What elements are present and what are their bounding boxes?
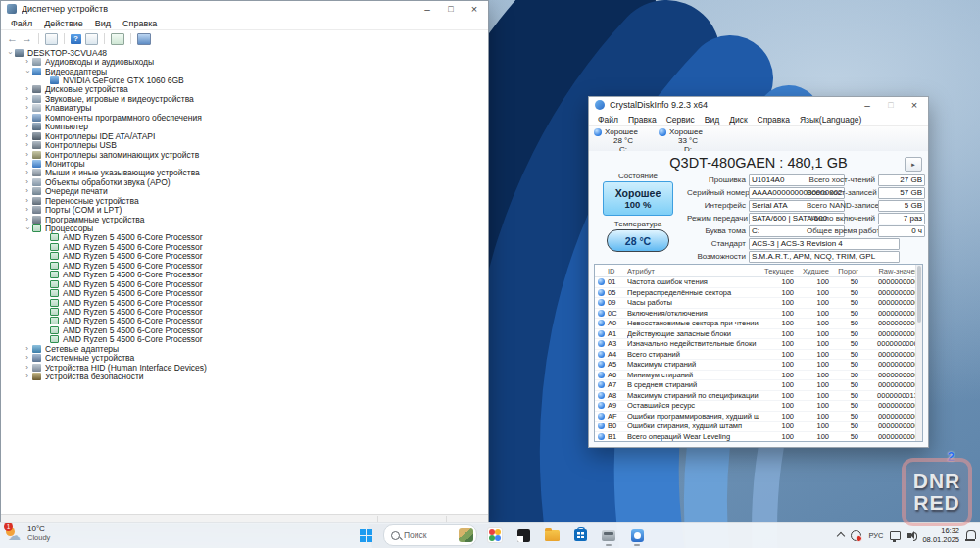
maximize-icon[interactable] xyxy=(879,97,903,113)
smart-row[interactable]: B1Всего операций Wear Leveling1001005000… xyxy=(595,432,922,443)
tree-item[interactable]: ›Устройства HID (Human Interface Devices… xyxy=(1,363,488,372)
tree-expander-icon[interactable]: › xyxy=(23,95,31,103)
tree-item[interactable]: ›Устройства безопасности xyxy=(1,372,488,380)
taskbar-app-dark[interactable] xyxy=(513,523,534,547)
show-console-tree-icon[interactable] xyxy=(45,33,58,45)
tree-item[interactable]: ›Объекты обработки звука (APO) xyxy=(1,177,488,186)
start-button[interactable] xyxy=(355,523,376,547)
device-manager-titlebar[interactable]: Диспетчер устройств xyxy=(1,1,488,17)
tree-expander-icon[interactable]: › xyxy=(6,48,14,57)
tree-expander-icon[interactable]: › xyxy=(23,373,31,380)
maximize-icon[interactable] xyxy=(439,1,463,17)
tree-item[interactable]: ›Программные устройства xyxy=(1,215,488,224)
tree-item[interactable]: ›AMD Ryzen 5 4500 6-Core Processor xyxy=(1,279,488,288)
minimize-icon[interactable] xyxy=(856,97,879,113)
network-icon[interactable] xyxy=(890,531,901,540)
tree-item[interactable]: ›AMD Ryzen 5 4500 6-Core Processor xyxy=(1,242,488,251)
smart-table-scrollbar[interactable] xyxy=(915,265,922,441)
tree-item[interactable]: ›Переносные устройства xyxy=(1,196,488,205)
crystaldiskinfo-menu-item-6[interactable]: Язык(Language) xyxy=(795,115,866,125)
tree-item[interactable]: ›Процессоры xyxy=(1,224,488,232)
tree-item[interactable]: ›Контроллеры запоминающих устройств xyxy=(1,150,488,159)
search-input[interactable]: Поиск xyxy=(383,524,477,546)
smart-row[interactable]: 0CВключения/отключения100100500000000000… xyxy=(595,309,922,320)
update-notification-icon[interactable] xyxy=(851,530,861,541)
crystaldiskinfo-titlebar[interactable]: CrystalDiskInfo 9.2.3 x64 xyxy=(589,97,928,113)
tree-item[interactable]: ›Системные устройства xyxy=(1,353,488,362)
volume-icon[interactable] xyxy=(907,533,911,538)
device-monitor-icon[interactable] xyxy=(137,33,151,45)
tree-item[interactable]: ›NVIDIA GeForce GTX 1060 6GB xyxy=(1,75,488,84)
tree-expander-icon[interactable]: › xyxy=(23,197,31,205)
taskbar-device-manager[interactable] xyxy=(598,523,619,547)
tree-item[interactable]: ›AMD Ryzen 5 4500 6-Core Processor xyxy=(1,261,488,270)
tree-item[interactable]: ›Порты (COM и LPT) xyxy=(1,205,488,214)
tree-item[interactable]: ›Компьютер xyxy=(1,123,488,131)
back-icon[interactable]: ← xyxy=(7,33,18,44)
tree-expander-icon[interactable]: › xyxy=(23,169,31,176)
tree-expander-icon[interactable]: › xyxy=(23,178,31,186)
tree-item[interactable]: ›AMD Ryzen 5 4500 6-Core Processor xyxy=(1,298,488,307)
crystaldiskinfo-menu-item-1[interactable]: Правка xyxy=(623,115,662,125)
smart-row[interactable]: A5Максимум стираний10010050000000000001 xyxy=(595,360,922,371)
tree-item[interactable]: ›Контроллеры IDE ATA/ATAPI xyxy=(1,131,488,140)
tree-expander-icon[interactable]: › xyxy=(23,206,31,214)
minimize-icon[interactable] xyxy=(416,1,439,17)
clock[interactable]: 16:32 08.01.2025 xyxy=(922,526,959,544)
tree-item[interactable]: ›Аудиовходы и аудиовыходы xyxy=(1,57,488,66)
tree-expander-icon[interactable]: › xyxy=(23,364,31,372)
tree-expander-icon[interactable]: › xyxy=(23,104,31,112)
tree-expander-icon[interactable]: › xyxy=(24,224,31,233)
tree-expander-icon[interactable]: › xyxy=(23,345,31,353)
tree-item[interactable]: ›AMD Ryzen 5 4500 6-Core Processor xyxy=(1,233,488,242)
next-drive-button[interactable] xyxy=(905,157,922,172)
tree-item[interactable]: ›Сетевые адаптеры xyxy=(1,344,488,353)
temperature-button[interactable]: 28 °C xyxy=(607,229,669,252)
tree-item[interactable]: ›AMD Ryzen 5 4500 6-Core Processor xyxy=(1,271,488,279)
tray-overflow-icon[interactable] xyxy=(837,532,845,540)
smart-row[interactable]: A3Изначально недействительные блоки10010… xyxy=(595,339,922,350)
tree-item[interactable]: ›Мыши и иные указывающие устройства xyxy=(1,169,488,177)
tree-item[interactable]: ›Клавиатуры xyxy=(1,104,488,113)
smart-row[interactable]: A4Всего стираний10010050000000000002 xyxy=(595,350,922,361)
smart-row[interactable]: A0Невосстановимые сектора при чтении/за.… xyxy=(595,319,922,329)
crystaldiskinfo-menu-item-5[interactable]: Справка xyxy=(753,115,795,125)
close-icon[interactable] xyxy=(463,1,486,17)
tree-item[interactable]: ›AMD Ryzen 5 4500 6-Core Processor xyxy=(1,307,488,316)
smart-row[interactable]: 01Частота ошибок чтения10010050000000000… xyxy=(595,277,922,288)
tree-item[interactable]: ›DESKTOP-3CVUA48 xyxy=(1,48,488,57)
crystaldiskinfo-menu-item-0[interactable]: Файл xyxy=(593,115,623,125)
notifications-bell-icon[interactable] xyxy=(966,530,976,539)
taskbar-microsoft-store[interactable] xyxy=(569,523,591,547)
tree-expander-icon[interactable]: › xyxy=(23,114,31,122)
tree-item[interactable]: ›AMD Ryzen 5 4500 6-Core Processor xyxy=(1,288,488,297)
tree-expander-icon[interactable]: › xyxy=(24,67,31,75)
drive-tab-D[interactable]: Хорошее33 °CD: xyxy=(656,126,720,153)
smart-row[interactable]: A9Оставшийся ресурс10010050000000000064 xyxy=(595,401,922,412)
smart-row[interactable]: B0Ошибки стирания, худший штамп100100500… xyxy=(595,422,922,432)
device-manager-menu-item-3[interactable]: Справка xyxy=(117,19,163,28)
tree-item[interactable]: ›Компоненты программного обеспечения xyxy=(1,113,488,122)
taskbar-file-explorer[interactable] xyxy=(541,523,563,547)
tree-expander-icon[interactable]: › xyxy=(23,141,31,149)
tree-expander-icon[interactable]: › xyxy=(23,187,31,195)
help-icon[interactable] xyxy=(71,34,81,44)
smart-row[interactable]: A8Максимум стираний по спецификации10010… xyxy=(595,391,922,402)
smart-row[interactable]: 05Перераспределённые сектора100100500000… xyxy=(595,288,922,299)
tree-item[interactable]: ›AMD Ryzen 5 4500 6-Core Processor xyxy=(1,325,488,334)
tree-item[interactable]: ›Видеоадаптеры xyxy=(1,67,488,75)
taskbar-weather-widget[interactable]: ☁ 1 10°C Cloudy xyxy=(6,524,50,542)
tree-expander-icon[interactable]: › xyxy=(23,85,31,93)
tree-expander-icon[interactable]: › xyxy=(23,123,31,130)
language-indicator[interactable]: РУС xyxy=(868,531,883,540)
tree-item[interactable]: ›Контроллеры USB xyxy=(1,140,488,149)
tree-expander-icon[interactable]: › xyxy=(23,151,31,159)
tree-expander-icon[interactable]: › xyxy=(23,132,31,140)
scan-hardware-changes-icon[interactable] xyxy=(111,33,124,45)
crystaldiskinfo-menu-item-4[interactable]: Диск xyxy=(724,115,752,125)
tree-expander-icon[interactable]: › xyxy=(23,160,31,168)
tree-item[interactable]: ›AMD Ryzen 5 4500 6-Core Processor xyxy=(1,317,488,325)
tree-expander-icon[interactable]: › xyxy=(23,354,31,362)
crystaldiskinfo-menu-item-2[interactable]: Сервис xyxy=(662,115,700,125)
device-manager-menu-item-0[interactable]: Файл xyxy=(5,19,38,28)
